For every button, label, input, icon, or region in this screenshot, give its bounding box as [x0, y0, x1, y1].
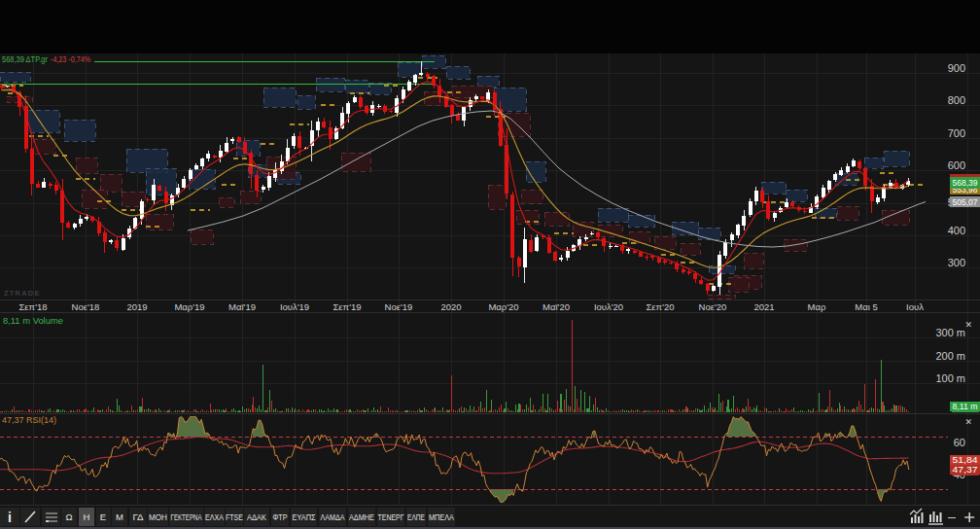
- svg-text:300: 300: [948, 257, 965, 268]
- svg-text:Νοε'20: Νοε'20: [699, 301, 727, 312]
- svg-text:8,11 m: 8,11 m: [953, 402, 978, 411]
- svg-text:FTSE: FTSE: [226, 511, 243, 522]
- svg-text:✕: ✕: [964, 417, 972, 427]
- svg-text:ΤΕΝΕΡΓ: ΤΕΝΕΡΓ: [378, 511, 404, 522]
- svg-text:2021: 2021: [753, 301, 774, 312]
- svg-text:Μαρ'20: Μαρ'20: [488, 301, 518, 312]
- svg-text:568,39 ΔTP.gr: 568,39 ΔTP.gr: [2, 54, 48, 64]
- svg-text:-4,23 -0,74%: -4,23 -0,74%: [51, 54, 90, 64]
- svg-text:ΜΟΗ: ΜΟΗ: [149, 511, 167, 522]
- svg-text:2020: 2020: [440, 301, 461, 312]
- svg-text:✕: ✕: [964, 320, 972, 330]
- svg-text:Σεπ'19: Σεπ'19: [332, 301, 361, 312]
- svg-text:600: 600: [948, 159, 965, 171]
- svg-text:ΕΛΧΑ: ΕΛΧΑ: [205, 511, 224, 522]
- svg-text:M: M: [116, 511, 123, 522]
- svg-text:47,37: 47,37: [953, 465, 978, 475]
- svg-text:H: H: [84, 511, 90, 522]
- svg-text:ΜΠΕΛΑ: ΜΠΕΛΑ: [429, 511, 455, 522]
- svg-text:ΦΤΡ: ΦΤΡ: [273, 511, 288, 522]
- svg-text:ΛΑΜΔΑ: ΛΑΜΔΑ: [321, 511, 345, 522]
- svg-text:Μαϊ'19: Μαϊ'19: [228, 301, 256, 312]
- svg-text:ΕΛΠΕ: ΕΛΠΕ: [407, 511, 425, 522]
- svg-text:Νοε'18: Νοε'18: [72, 301, 100, 312]
- svg-text:Ιουλ: Ιουλ: [906, 301, 924, 312]
- svg-text:ΓΔ: ΓΔ: [133, 511, 145, 522]
- svg-text:400: 400: [948, 225, 965, 236]
- svg-text:ZTRADE: ZTRADE: [4, 289, 41, 298]
- svg-text:900: 900: [948, 62, 965, 74]
- svg-text:505,07: 505,07: [953, 197, 978, 207]
- svg-text:Μαρ'19: Μαρ'19: [174, 301, 204, 312]
- svg-text:800: 800: [948, 94, 965, 106]
- svg-text:47,37 RSI(14): 47,37 RSI(14): [2, 415, 56, 425]
- svg-text:51,84: 51,84: [953, 455, 978, 465]
- svg-text:568,39: 568,39: [953, 178, 978, 188]
- svg-text:ΑΔΜΗΕ: ΑΔΜΗΕ: [349, 511, 374, 522]
- svg-text:ΕΥΑΠΣ: ΕΥΑΠΣ: [293, 511, 316, 522]
- svg-text:ΓΕΚΤΕΡΝΑ: ΓΕΚΤΕΡΝΑ: [171, 511, 202, 522]
- svg-text:60: 60: [954, 437, 965, 448]
- svg-text:Ιουλ'19: Ιουλ'19: [280, 301, 309, 312]
- svg-text:8,11 m Volume: 8,11 m Volume: [3, 316, 63, 326]
- svg-text:Ω: Ω: [65, 511, 72, 522]
- svg-text:ΑΔΑΚ: ΑΔΑΚ: [247, 511, 267, 522]
- svg-text:2019: 2019: [126, 301, 147, 312]
- svg-text:300 m: 300 m: [935, 327, 965, 338]
- svg-text:Ιουλ'20: Ιουλ'20: [594, 301, 623, 312]
- svg-text:700: 700: [948, 127, 965, 139]
- svg-text:200 m: 200 m: [935, 350, 965, 362]
- svg-text:Σεπ'18: Σεπ'18: [18, 301, 47, 312]
- svg-text:100 m: 100 m: [935, 372, 965, 384]
- svg-text:i: i: [8, 510, 12, 525]
- svg-text:E: E: [100, 511, 106, 522]
- svg-text:Σεπ'20: Σεπ'20: [646, 301, 674, 312]
- svg-text:Μαϊ'20: Μαϊ'20: [542, 301, 570, 312]
- svg-text:Νοε'19: Νοε'19: [385, 301, 413, 312]
- svg-text:Μαι 5: Μαι 5: [855, 301, 877, 312]
- svg-text:Μαρ: Μαρ: [808, 301, 826, 312]
